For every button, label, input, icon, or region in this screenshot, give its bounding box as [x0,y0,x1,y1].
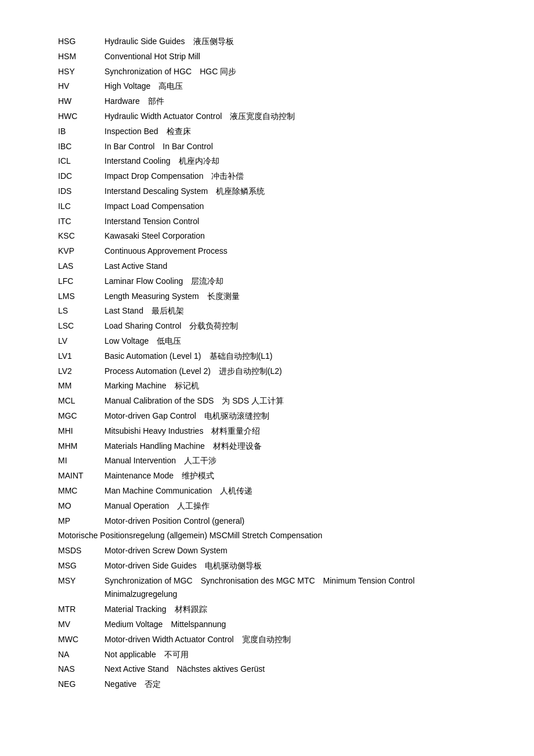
description: Mill Stretch Compensation [228,529,488,543]
description: Mitsubishi Heavy Industries 材料重量介绍 [104,424,488,438]
abbreviation: MMC [58,484,104,498]
description: Maintenance Mode 维护模式 [104,469,488,483]
glossary-row: LSCLoad Sharing Control 分载负荷控制 [58,319,488,333]
glossary-row: IDSInterstand Descaling System 机座除鳞系统 [58,185,488,199]
description: Motor-driven Screw Down System [104,544,488,558]
abbreviation: MCL [58,394,104,408]
abbreviation: MP [58,514,104,528]
glossary-row: LFCLaminar Flow Cooling 层流冷却 [58,275,488,289]
description: Motor-driven Position Control (general) [104,514,488,528]
glossary-row: NANot applicable 不可用 [58,648,488,662]
glossary-row: MIManual Intervention 人工干涉 [58,454,488,468]
description: Not applicable 不可用 [104,648,488,662]
abbreviation: LV2 [58,365,104,379]
abbreviation: MAINT [58,469,104,483]
glossary-row: IDCImpact Drop Compensation 冲击补偿 [58,170,488,183]
abbreviation: MV [58,618,104,632]
abbreviation: MSDS [58,544,104,558]
glossary-row: IBCIn Bar Control In Bar Control [58,140,488,154]
glossary-row: HSGHydraulic Side Guides 液压侧导板 [58,35,488,49]
abbreviation: Motorische Positionsregelung (allgemein)… [58,529,228,543]
abbreviation: LAS [58,260,104,273]
abbreviation: LMS [58,290,104,304]
description: Laminar Flow Cooling 层流冷却 [104,275,488,289]
abbreviation: LS [58,304,104,318]
abbreviation: HW [58,95,104,109]
description: Continuous Approvement Process [104,244,488,258]
description: Medium Voltage Mittelspannung [104,618,488,632]
abbreviation: LFC [58,275,104,289]
description: Impact Drop Compensation 冲击补偿 [104,170,488,183]
description: Manual Intervention 人工干涉 [104,454,488,468]
glossary-row: IBInspection Bed 检查床 [58,125,488,139]
description: Interstand Descaling System 机座除鳞系统 [104,185,488,199]
glossary-table: HSGHydraulic Side Guides 液压侧导板HSMConvent… [58,35,488,692]
description: Process Automation (Level 2) 进步自动控制(L2) [104,365,488,379]
abbreviation: HSM [58,50,104,64]
glossary-row: HVHigh Voltage 高电压 [58,80,488,93]
description: Inspection Bed 检查床 [104,125,488,139]
abbreviation: MGC [58,409,104,423]
glossary-row: MTRMaterial Tracking 材料跟踪 [58,603,488,617]
description: Hardware 部件 [104,95,488,109]
abbreviation: NEG [58,678,104,692]
glossary-row: LV1Basic Automation (Level 1) 基础自动控制(L1) [58,350,488,363]
description: Last Stand 最后机架 [104,304,488,318]
description: Interstand Tension Control [104,215,488,229]
description: Motor-driven Width Actuator Control 宽度自动… [104,633,488,647]
glossary-row: MSGMotor-driven Side Guides 电机驱动侧导板 [58,559,488,573]
glossary-row: MMCMan Machine Communication 人机传递 [58,484,488,498]
abbreviation: IDS [58,185,104,199]
abbreviation: LV [58,334,104,348]
glossary-row: LASLast Active Stand [58,260,488,273]
glossary-row: MVMedium Voltage Mittelspannung [58,618,488,632]
glossary-row: LSLast Stand 最后机架 [58,304,488,318]
description: In Bar Control In Bar Control [104,140,488,154]
abbreviation: HSG [58,35,104,49]
glossary-row: MOManual Operation 人工操作 [58,499,488,513]
description: Low Voltage 低电压 [104,334,488,348]
glossary-row: HWCHydraulic Width Actuator Control 液压宽度… [58,110,488,124]
glossary-row: HWHardware 部件 [58,95,488,109]
description: Load Sharing Control 分载负荷控制 [104,319,488,333]
glossary-row: HSMConventional Hot Strip Mill [58,50,488,64]
description: Materials Handling Machine 材料处理设备 [104,440,488,453]
abbreviation: ICL [58,154,104,168]
description: Interstand Cooling 机座内冷却 [104,154,488,168]
abbreviation: MO [58,499,104,513]
abbreviation: NAS [58,663,104,676]
abbreviation: HWC [58,110,104,124]
abbreviation: LV1 [58,350,104,363]
abbreviation: IBC [58,140,104,154]
description: Conventional Hot Strip Mill [104,50,488,64]
glossary-row: ICLInterstand Cooling 机座内冷却 [58,154,488,168]
glossary-row: MAINTMaintenance Mode 维护模式 [58,469,488,483]
glossary-row: KVPContinuous Approvement Process [58,244,488,258]
description: Hydraulic Width Actuator Control 液压宽度自动控… [104,110,488,124]
abbreviation: MI [58,454,104,468]
description: Synchronization of MGC Synchronisation d… [104,574,488,602]
glossary-row: LMSLength Measuring System 长度测量 [58,290,488,304]
glossary-row: NASNext Active Stand Nächstes aktives Ge… [58,663,488,676]
abbreviation: HV [58,80,104,93]
glossary-row: Motorische Positionsregelung (allgemein)… [58,529,488,543]
description: High Voltage 高电压 [104,80,488,93]
glossary-row: MHMMaterials Handling Machine 材料处理设备 [58,440,488,453]
description: Manual Calibration of the SDS 为 SDS 人工计算 [104,394,488,408]
glossary-row: LVLow Voltage 低电压 [58,334,488,348]
abbreviation: MM [58,379,104,393]
abbreviation: KVP [58,244,104,258]
description: Next Active Stand Nächstes aktives Gerüs… [104,663,488,676]
abbreviation: KSC [58,229,104,243]
glossary-row: ITCInterstand Tension Control [58,215,488,229]
description: Basic Automation (Level 1) 基础自动控制(L1) [104,350,488,363]
glossary-row: MMMarking Machine 标记机 [58,379,488,393]
glossary-row: KSCKawasaki Steel Corporation [58,229,488,243]
description: Length Measuring System 长度测量 [104,290,488,304]
glossary-row: ILCImpact Load Compensation [58,200,488,214]
description: Impact Load Compensation [104,200,488,214]
glossary-row: HSYSynchronization of HGC HGC 同步 [58,65,488,79]
abbreviation: NA [58,648,104,662]
abbreviation: ITC [58,215,104,229]
description: Manual Operation 人工操作 [104,499,488,513]
